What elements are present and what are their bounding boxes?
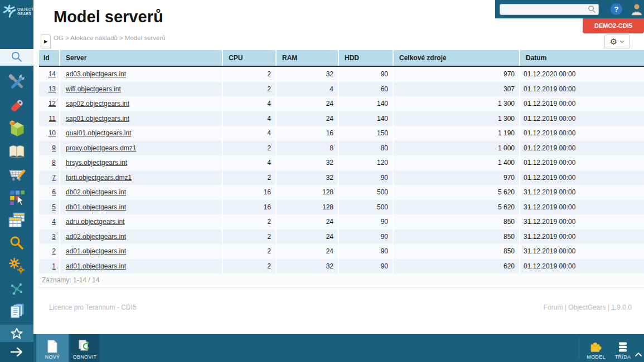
cell-zdroje: 1 190: [394, 126, 520, 141]
record-id-link[interactable]: 9: [52, 144, 56, 152]
record-id-link[interactable]: 1: [52, 262, 56, 270]
logo-text: OBJECT GEARS: [17, 7, 33, 16]
toolbar-divider: [579, 337, 579, 359]
server-name-link[interactable]: hrsys.objectgears.int: [66, 159, 127, 167]
license-text: Licence pro Terannum - CDI5: [49, 304, 137, 311]
server-name-link[interactable]: proxy.objectgears.dmz1: [66, 144, 137, 152]
cell-hdd: 80: [339, 141, 394, 156]
cell-hdd: 150: [339, 126, 394, 141]
server-name-link[interactable]: adru.objectgears.int: [66, 218, 124, 226]
table-row: 9proxy.objectgears.dmz128801 00001.12.20…: [39, 141, 644, 156]
record-id-link[interactable]: 3: [52, 233, 56, 241]
cell-datum: 01.12.2019 00:00: [520, 111, 644, 126]
cell-server: hrsys.objectgears.int: [60, 155, 223, 170]
model-menu-button[interactable]: MODEL: [583, 334, 609, 362]
cell-id: 1: [39, 259, 60, 274]
refresh-icon: [78, 340, 91, 353]
footer-links[interactable]: Fórum | ObjectGears | 1.9.0.0: [544, 304, 632, 311]
global-search-input[interactable]: [500, 4, 599, 15]
chevron-down-icon: [619, 40, 624, 43]
sidebar-item-journals[interactable]: [0, 301, 33, 321]
server-name-link[interactable]: ad01.objectgears.int: [66, 247, 126, 255]
record-id-link[interactable]: 8: [52, 159, 56, 167]
column-header-cpu[interactable]: CPU: [223, 50, 277, 66]
cell-id: 4: [39, 214, 60, 229]
cell-id: 14: [39, 67, 60, 82]
cart-icon: [8, 165, 26, 183]
table-row: 10qual01.objectgears.int4161501 19001.12…: [39, 126, 644, 141]
cell-ram: 128: [277, 200, 339, 215]
column-header-celkov-zdroje[interactable]: Celkové zdroje: [394, 50, 520, 66]
record-id-link[interactable]: 6: [52, 188, 56, 196]
server-name-link[interactable]: forti.objectgears.dmz1: [66, 174, 132, 182]
sidebar-item-expand[interactable]: [0, 342, 33, 362]
sidebar-item-integration[interactable]: [0, 278, 33, 299]
cell-zdroje: 970: [394, 170, 520, 185]
sidebar-item-fulltext[interactable]: [0, 233, 33, 253]
column-header-hdd[interactable]: HDD: [339, 50, 394, 66]
record-id-link[interactable]: 7: [52, 174, 56, 182]
tag-icon: [8, 97, 25, 114]
server-name-link[interactable]: db01.objectgears.int: [66, 203, 126, 211]
sidebar-item-tags[interactable]: [0, 96, 33, 116]
server-name-link[interactable]: qual01.objectgears.int: [66, 129, 131, 137]
sidebar-item-tools[interactable]: [0, 72, 33, 92]
environment-badge[interactable]: DEMO2-CDI5: [583, 18, 644, 33]
column-header-ram[interactable]: RAM: [277, 50, 339, 66]
server-name-link[interactable]: ad01.objectgears.int: [66, 262, 126, 270]
sidebar-item-classes[interactable]: [0, 210, 33, 230]
user-icon[interactable]: [631, 3, 643, 16]
favorites-star-icon: [9, 326, 24, 341]
cell-zdroje: 850: [394, 214, 520, 229]
cell-server: sap01.objectgears.int: [60, 111, 223, 126]
sidebar-item-favorites[interactable]: [0, 325, 33, 342]
app-logo[interactable]: OBJECT GEARS: [0, 0, 33, 33]
column-header-datum[interactable]: Datum: [520, 50, 644, 66]
table-row: 13wifi.objectgears.int246030701.12.2019 …: [39, 82, 644, 97]
cell-cpu: 4: [223, 111, 277, 126]
table-row: 2ad01.objectgears.int2249085031.12.2019 …: [39, 244, 644, 259]
sidebar-item-orders[interactable]: [0, 164, 33, 184]
panel-expand-button[interactable]: ▶: [41, 35, 51, 48]
table-settings-button[interactable]: ⚙: [604, 35, 630, 48]
cell-zdroje: 620: [394, 259, 520, 274]
sidebar-item-models[interactable]: [0, 119, 33, 139]
cell-server: qual01.objectgears.int: [60, 126, 223, 141]
topbar: ?: [495, 0, 644, 18]
record-id-link[interactable]: 11: [49, 115, 56, 123]
refresh-button[interactable]: OBNOVIT: [70, 334, 100, 362]
server-name-link[interactable]: ad02.objectgears.int: [66, 233, 126, 241]
new-record-button[interactable]: NOVÝ: [36, 334, 69, 362]
sidebar-item-settings[interactable]: [0, 256, 33, 276]
server-name-link[interactable]: sap02.objectgears.int: [66, 100, 129, 107]
server-name-link[interactable]: ad03.objectgears.int: [66, 70, 126, 78]
cell-hdd: 60: [339, 82, 394, 97]
column-header-server[interactable]: Server: [60, 50, 223, 66]
server-name-link[interactable]: wifi.objectgears.int: [66, 85, 121, 93]
class-menu-button[interactable]: TŘÍDA: [611, 334, 635, 362]
cell-ram: 32: [277, 67, 339, 82]
column-header-id[interactable]: Id: [39, 50, 60, 66]
collapse-toolbar-chevron-icon[interactable]: [635, 352, 642, 357]
apps-icon: [8, 189, 25, 206]
cell-cpu: 2: [223, 141, 277, 156]
sidebar-item-search[interactable]: [0, 49, 33, 66]
server-name-link[interactable]: sap01.objectgears.int: [66, 115, 129, 123]
records-count: Záznamy: 1-14 / 14: [39, 273, 644, 288]
record-id-link[interactable]: 12: [49, 100, 56, 107]
breadcrumb[interactable]: OG > Alokace nákladů > Model serverů: [54, 35, 166, 41]
record-id-link[interactable]: 13: [49, 85, 56, 93]
cell-server: adru.objectgears.int: [60, 214, 223, 229]
sidebar-item-apps[interactable]: [0, 187, 33, 207]
record-id-link[interactable]: 4: [52, 218, 56, 226]
record-id-link[interactable]: 14: [49, 70, 56, 78]
record-id-link[interactable]: 10: [49, 129, 56, 137]
cell-server: forti.objectgears.dmz1: [60, 170, 223, 185]
cell-datum: 31.12.2019 00:00: [520, 229, 644, 244]
record-id-link[interactable]: 5: [52, 203, 56, 211]
model-button-label: MODEL: [587, 354, 606, 360]
sidebar-item-documentation[interactable]: [0, 141, 33, 162]
server-name-link[interactable]: db02.objectgears.int: [66, 188, 126, 196]
record-id-link[interactable]: 2: [52, 247, 56, 255]
help-icon[interactable]: ?: [611, 3, 622, 15]
